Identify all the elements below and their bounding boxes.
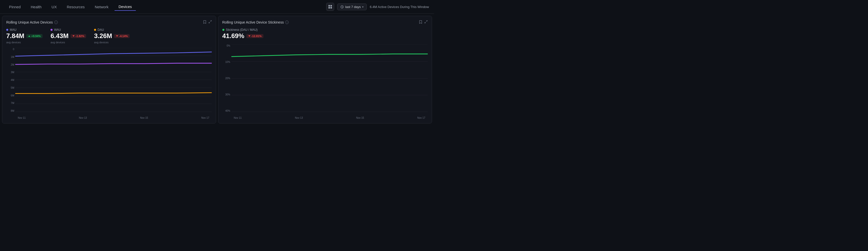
- card-title-2: Rolling Unique Active Device Stickiness: [222, 20, 284, 24]
- x-axis-1: Nov 11 Nov 13 Nov 15 Nov 17: [15, 116, 212, 119]
- main-content: Rolling Unique Active Devices i: [0, 14, 434, 125]
- grid-layout-button[interactable]: [326, 3, 334, 11]
- chart-area-2: 40% 30% 20% 10% 0% Nov 11: [222, 44, 428, 119]
- mau-value: 7.84M: [6, 32, 24, 40]
- dau-badge: -4.14%: [114, 34, 130, 38]
- nav-right: last 7 days ▾ 6.4M Active Devices During…: [326, 3, 429, 11]
- wau-badge: -1.82%: [70, 34, 86, 38]
- info-icon-2: i: [285, 21, 289, 24]
- chevron-down-icon: ▾: [362, 5, 364, 8]
- svg-marker-9: [28, 35, 30, 37]
- svg-rect-3: [331, 7, 332, 8]
- metric-wau: WAU 6.43M -1.82% avg devices: [51, 28, 86, 44]
- active-devices-badge: 6.4M Active Devices During This Window: [370, 5, 429, 9]
- wau-dot: [51, 29, 53, 31]
- mau-sub: avg devices: [6, 41, 42, 44]
- wau-sub: avg devices: [51, 41, 86, 44]
- card-header-2: Rolling Unique Active Device Stickiness …: [222, 20, 428, 25]
- mau-badge: +9.94%: [26, 34, 42, 38]
- nav-item-pinned[interactable]: Pinned: [5, 3, 25, 10]
- y-axis-2: 40% 30% 20% 10% 0%: [222, 44, 231, 112]
- bookmark-button-1[interactable]: [203, 20, 206, 25]
- metrics-row-1: MAU 7.84M +9.94% avg devices WAU: [6, 28, 212, 44]
- dau-label: DAU: [98, 28, 104, 32]
- svg-rect-2: [329, 7, 330, 8]
- svg-marker-23: [248, 35, 250, 37]
- nav-item-resources[interactable]: Resources: [63, 3, 89, 10]
- x-axis-2: Nov 11 Nov 13 Nov 15 Nov 17: [231, 116, 428, 119]
- card-actions-2: [419, 20, 428, 25]
- nav-item-devices[interactable]: Devices: [115, 3, 136, 11]
- card-device-stickiness: Rolling Unique Active Device Stickiness …: [218, 16, 432, 123]
- card-title-1: Rolling Unique Active Devices: [6, 20, 53, 24]
- dau-value: 3.26M: [94, 32, 112, 40]
- nav-item-ux[interactable]: UX: [48, 3, 61, 10]
- bookmark-button-2[interactable]: [419, 20, 422, 25]
- mau-dot: [6, 29, 8, 31]
- metric-stickiness: Stickiness (DAU / MAU) 41.69% -12.81%: [222, 28, 264, 40]
- svg-rect-1: [331, 5, 332, 6]
- y-axis-1: 8M 7M 6M 5M 4M 3M 2M 1M 0: [6, 48, 15, 112]
- expand-button-2[interactable]: [424, 20, 428, 25]
- nav-item-health[interactable]: Health: [27, 3, 45, 10]
- svg-marker-10: [72, 35, 74, 37]
- chart-area-1: 8M 7M 6M 5M 4M 3M 2M 1M 0: [6, 48, 212, 119]
- metric-mau: MAU 7.84M +9.94% avg devices: [6, 28, 42, 44]
- chart-plot-1: [15, 48, 212, 112]
- info-icon-1: i: [54, 21, 58, 24]
- wau-value: 6.43M: [51, 32, 68, 40]
- metrics-row-2: Stickiness (DAU / MAU) 41.69% -12.81%: [222, 28, 428, 40]
- stickiness-label: Stickiness (DAU / MAU): [226, 28, 258, 32]
- card-unique-active-devices: Rolling Unique Active Devices i: [2, 16, 216, 123]
- svg-marker-11: [116, 35, 118, 37]
- metric-dau: DAU 3.26M -4.14% avg devices: [94, 28, 130, 44]
- expand-button-1[interactable]: [208, 20, 212, 25]
- dau-sub: avg devices: [94, 41, 130, 44]
- top-nav: Pinned Health UX Resources Network Devic…: [0, 0, 434, 14]
- time-selector-label: last 7 days: [345, 5, 361, 9]
- card-actions-1: [203, 20, 212, 25]
- stickiness-dot: [222, 29, 224, 31]
- card-header-1: Rolling Unique Active Devices i: [6, 20, 212, 25]
- mau-label: MAU: [10, 28, 17, 32]
- chart-plot-2: [231, 44, 428, 112]
- svg-rect-0: [329, 5, 330, 6]
- nav-item-network[interactable]: Network: [91, 3, 113, 10]
- wau-label: WAU: [54, 28, 61, 32]
- stickiness-badge: -12.81%: [246, 34, 264, 38]
- stickiness-value: 41.69%: [222, 32, 244, 40]
- svg-line-6: [342, 7, 343, 7]
- time-selector[interactable]: last 7 days ▾: [337, 3, 367, 10]
- dau-dot: [94, 29, 96, 31]
